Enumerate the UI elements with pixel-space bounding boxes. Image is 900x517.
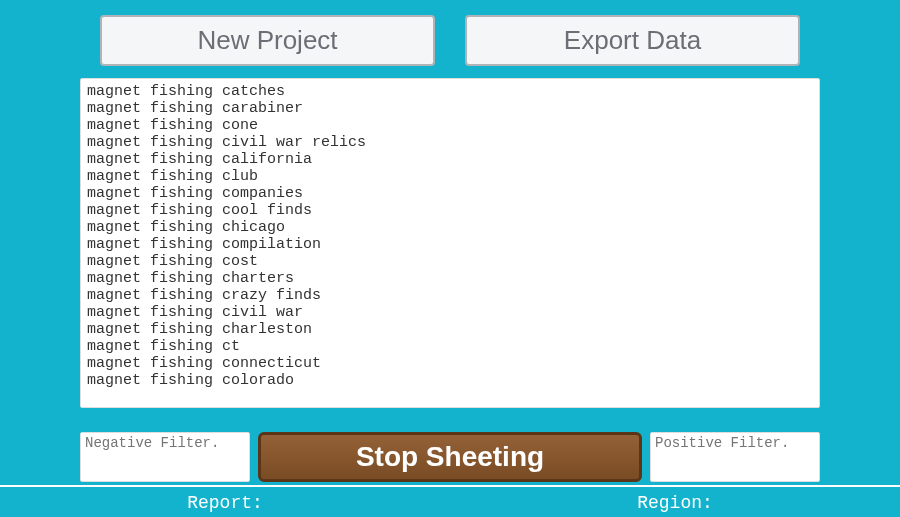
new-project-button[interactable]: New Project bbox=[100, 15, 435, 66]
top-button-row: New Project Export Data bbox=[80, 15, 820, 66]
export-data-button[interactable]: Export Data bbox=[465, 15, 800, 66]
negative-filter-input[interactable] bbox=[80, 432, 250, 482]
bottom-status-row: Report: Region: bbox=[0, 493, 900, 517]
report-label: Report: bbox=[187, 493, 263, 513]
region-label: Region: bbox=[637, 493, 713, 513]
results-textarea[interactable] bbox=[80, 78, 820, 408]
positive-filter-input[interactable] bbox=[650, 432, 820, 482]
stop-sheeting-button[interactable]: Stop Sheeting bbox=[258, 432, 642, 482]
horizontal-divider bbox=[0, 485, 900, 487]
filter-row: Stop Sheeting bbox=[80, 432, 820, 482]
